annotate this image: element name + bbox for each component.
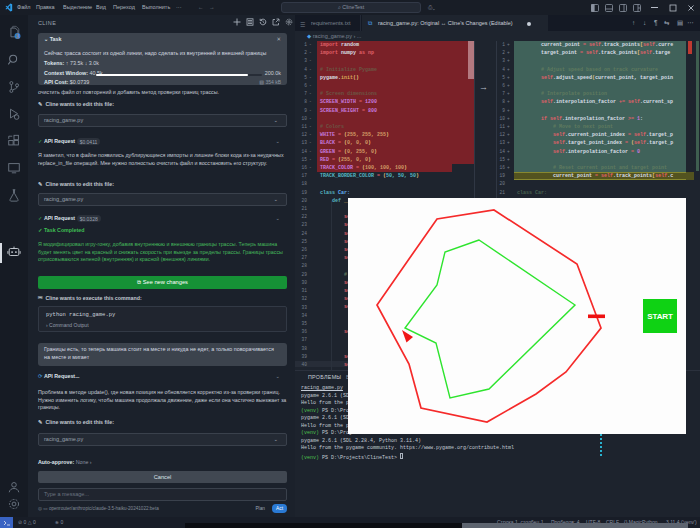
svg-text:1: 1 (16, 33, 19, 39)
svg-text:START: START (647, 312, 673, 321)
